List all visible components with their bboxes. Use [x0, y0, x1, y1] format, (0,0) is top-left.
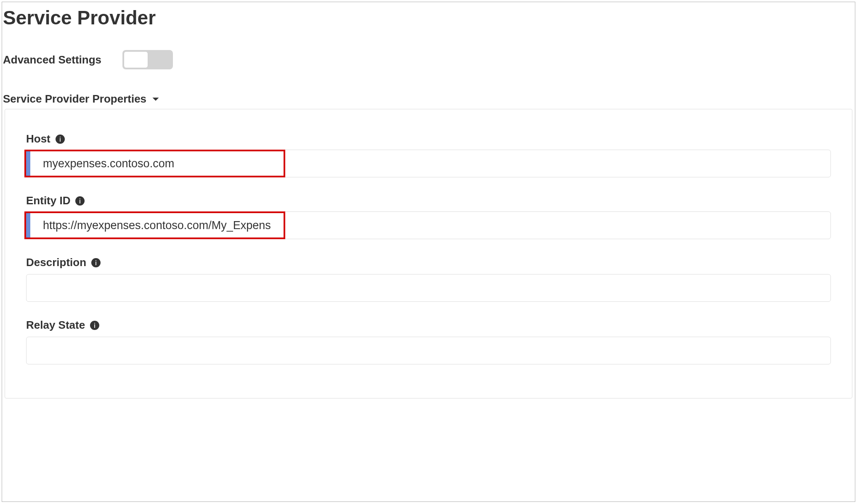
- host-input-container: [26, 150, 831, 177]
- host-field-group: Host: [26, 132, 831, 177]
- advanced-settings-toggle[interactable]: [122, 50, 173, 69]
- info-icon[interactable]: [91, 258, 101, 267]
- advanced-settings-row: Advanced Settings: [2, 50, 855, 69]
- host-highlight-box: [24, 150, 285, 177]
- host-label: Host: [26, 132, 50, 145]
- page-title: Service Provider: [2, 6, 855, 29]
- info-icon[interactable]: [75, 196, 85, 206]
- relay-state-field-group: Relay State: [26, 319, 831, 364]
- description-input[interactable]: [26, 274, 831, 302]
- relay-state-label-row: Relay State: [26, 319, 831, 332]
- advanced-settings-label: Advanced Settings: [3, 53, 101, 66]
- page-container: Service Provider Advanced Settings Servi…: [2, 2, 855, 502]
- caret-down-icon: [151, 95, 160, 103]
- description-label-row: Description: [26, 256, 831, 269]
- properties-section-title: Service Provider Properties: [3, 92, 146, 106]
- entity-id-input-container: [26, 211, 831, 239]
- properties-section-header[interactable]: Service Provider Properties: [2, 92, 855, 106]
- relay-state-label: Relay State: [26, 319, 85, 332]
- entity-id-field-group: Entity ID: [26, 194, 831, 239]
- properties-panel: Host Entity ID: [5, 109, 852, 398]
- relay-state-input[interactable]: [26, 337, 831, 364]
- entity-id-label: Entity ID: [26, 194, 70, 207]
- host-label-row: Host: [26, 132, 831, 145]
- description-field-group: Description: [26, 256, 831, 302]
- toggle-thumb: [124, 51, 148, 68]
- entity-id-highlight-box: [24, 211, 285, 239]
- info-icon[interactable]: [56, 135, 65, 144]
- entity-id-label-row: Entity ID: [26, 194, 831, 207]
- info-icon[interactable]: [90, 321, 99, 330]
- host-input[interactable]: [26, 151, 284, 176]
- entity-id-input[interactable]: [26, 213, 284, 237]
- description-label: Description: [26, 256, 86, 269]
